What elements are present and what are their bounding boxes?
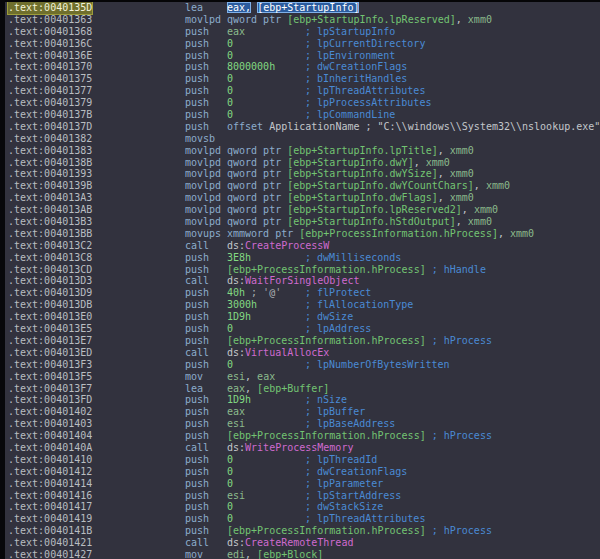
mnemonic: push [185,430,227,442]
asm-line[interactable]: .text:00401404push[ebp+ProcessInformatio… [8,430,600,442]
asm-line[interactable]: .text:0040138Bmovlpdqword ptr [ebp+Start… [8,157,600,169]
asm-line[interactable]: .text:00401419push0; lpThreadAttributes [8,513,600,525]
asm-line[interactable]: .text:00401379push0; lpProcessAttributes [8,97,600,109]
token-var: [ebp+ProcessInformation.hProcess] [227,525,426,536]
asm-line[interactable]: .text:00401410push0; lpThreadId [8,454,600,466]
operands: [ebp+ProcessInformation.hProcess] [227,335,432,347]
operands: 0 [227,323,305,335]
asm-line[interactable]: .text:0040135Dleaeax, [ebp+StartupInfo] [8,2,600,14]
asm-line[interactable]: .text:004013FDpush1D9h; nSize [8,394,600,406]
operands: esi, eax [227,371,305,383]
token-num: 0 [227,38,233,49]
mnemonic: movlpd [185,168,227,180]
asm-line[interactable]: .text:00401383movlpdqword ptr [ebp+Start… [8,145,600,157]
asm-line[interactable]: .text:004013BBmovupsxmmword ptr [ebp+Pro… [8,228,600,240]
comment: ; lpThreadAttributes [305,513,425,524]
operands: [ebp+ProcessInformation.hProcess] [227,525,432,537]
asm-line[interactable]: .text:00401402pusheax; lpBuffer [8,406,600,418]
asm-line[interactable]: .text:00401427movedi, [ebp+Block] [8,549,600,559]
asm-line[interactable]: .text:00401368pusheax; lpStartupInfo [8,26,600,38]
address: .text:004013AB [8,204,185,216]
asm-line[interactable]: .text:004013E7push[ebp+ProcessInformatio… [8,335,600,347]
asm-line[interactable]: .text:00401412push0; dwCreationFlags [8,466,600,478]
asm-line[interactable]: .text:004013C2callds:CreateProcessW [8,240,600,252]
token-num: 0 [227,359,233,370]
token-pl: , [245,371,257,382]
operands: qword ptr [ebp+StartupInfo.lpReserved], … [227,14,492,26]
token-num: 0 [227,501,233,512]
address: .text:0040135D [8,2,185,14]
current-address: .text:0040135D [8,2,92,14]
operands: 40h ; '@' [227,287,305,299]
operands: 0 [227,513,305,525]
asm-line[interactable]: .text:004013F5movesi, eax [8,371,600,383]
asm-line[interactable]: .text:0040137Dpushoffset ApplicationName… [8,121,600,133]
asm-line[interactable]: .text:0040140Acallds:WriteProcessMemory [8,442,600,454]
token-reg: eax [227,383,245,394]
comment: ; nSize [305,394,347,405]
token-var: [ebp+ProcessInformation.hProcess] [227,430,426,441]
asm-line[interactable]: .text:004013F3push0; lpNumberOfBytesWrit… [8,359,600,371]
token-reg: eax [257,371,275,382]
address: .text:00401417 [8,501,185,513]
address-label: .text:004013BB [8,228,92,240]
asm-line[interactable]: .text:00401370push8000000h; dwCreationFl… [8,61,600,73]
address-label: .text:004013F5 [8,371,92,383]
address-label: .text:0040139B [8,180,92,192]
asm-line[interactable]: .text:00401382movsb [8,133,600,145]
asm-line[interactable]: .text:004013D3callds:WaitForSingleObject [8,275,600,287]
token-var: [ebp+StartupInfo.lpReserved] [287,14,456,25]
token-var: [ebp+ProcessInformation.hProcess] [227,264,426,275]
asm-line[interactable]: .text:00401377push0; lpThreadAttributes [8,85,600,97]
disassembly-listing[interactable]: .text:0040135Dleaeax, [ebp+StartupInfo].… [8,2,600,559]
asm-line[interactable]: .text:004013A3movlpdqword ptr [ebp+Start… [8,192,600,204]
asm-line[interactable]: .text:004013E5push0; lpAddress [8,323,600,335]
asm-line[interactable]: .text:004013B3movlpdqword ptr [ebp+Start… [8,216,600,228]
address: .text:00401414 [8,478,185,490]
asm-line[interactable]: .text:00401414push0; lpParameter [8,478,600,490]
asm-line[interactable]: .text:0040141Bpush[ebp+ProcessInformatio… [8,525,600,537]
mnemonic: push [185,323,227,335]
asm-line[interactable]: .text:0040137Bpush0; lpCommandLine [8,109,600,121]
asm-line[interactable]: .text:00401403pushesi; lpBaseAddress [8,418,600,430]
asm-line[interactable]: .text:0040136Epush0; lpEnvironment [8,50,600,62]
operands: qword ptr [ebp+StartupInfo.dwYCountChars… [227,180,510,192]
asm-line[interactable]: .text:00401393movlpdqword ptr [ebp+Start… [8,168,600,180]
address: .text:004013C8 [8,252,185,264]
mnemonic: push [185,97,227,109]
asm-line[interactable]: .text:00401375push0; bInheritHandles [8,73,600,85]
asm-line[interactable]: .text:0040139Bmovlpdqword ptr [ebp+Start… [8,180,600,192]
mnemonic: movlpd [185,145,227,157]
mnemonic: push [185,85,227,97]
token-num: 0 [227,323,233,334]
asm-line[interactable]: .text:00401421callds:CreateRemoteThread [8,537,600,549]
asm-line[interactable]: .text:004013C8push3E8h; dwMilliseconds [8,252,600,264]
asm-line[interactable]: .text:00401416pushesi; lpStartAddress [8,490,600,502]
address-label: .text:0040140A [8,442,92,454]
mnemonic: movlpd [185,216,227,228]
comment: ; dwSize [305,311,353,322]
address: .text:004013E5 [8,323,185,335]
asm-line[interactable]: .text:004013ABmovlpdqword ptr [ebp+Start… [8,204,600,216]
address-label: .text:00401375 [8,73,92,85]
asm-line[interactable]: .text:004013EDcallds:VirtualAllocEx [8,347,600,359]
asm-line[interactable]: .text:00401363movlpdqword ptr [ebp+Start… [8,14,600,26]
asm-line[interactable]: .text:004013F7leaeax, [ebp+Buffer] [8,383,600,395]
asm-line[interactable]: .text:0040136Cpush0; lpCurrentDirectory [8,38,600,50]
token-pl: ds: [227,240,245,251]
address-label: .text:0040137B [8,109,92,121]
comment: ; lpParameter [305,478,383,489]
token-reg: eax [227,26,245,37]
address: .text:0040141B [8,525,185,537]
asm-line[interactable]: .text:004013CDpush[ebp+ProcessInformatio… [8,264,600,276]
address: .text:004013DB [8,299,185,311]
asm-line[interactable]: .text:004013E0push1D9h; dwSize [8,311,600,323]
address-label: .text:00401417 [8,501,92,513]
token-hl: eax, [227,2,251,13]
asm-line[interactable]: .text:00401417push0; dwStackSize [8,501,600,513]
token-kw: offset [227,121,269,132]
asm-line[interactable]: .text:004013DBpush3000h; flAllocationTyp… [8,299,600,311]
token-kw: qword ptr [227,216,287,227]
token-pl: , [438,168,450,179]
asm-line[interactable]: .text:004013D9push40h ; '@'; flProtect [8,287,600,299]
